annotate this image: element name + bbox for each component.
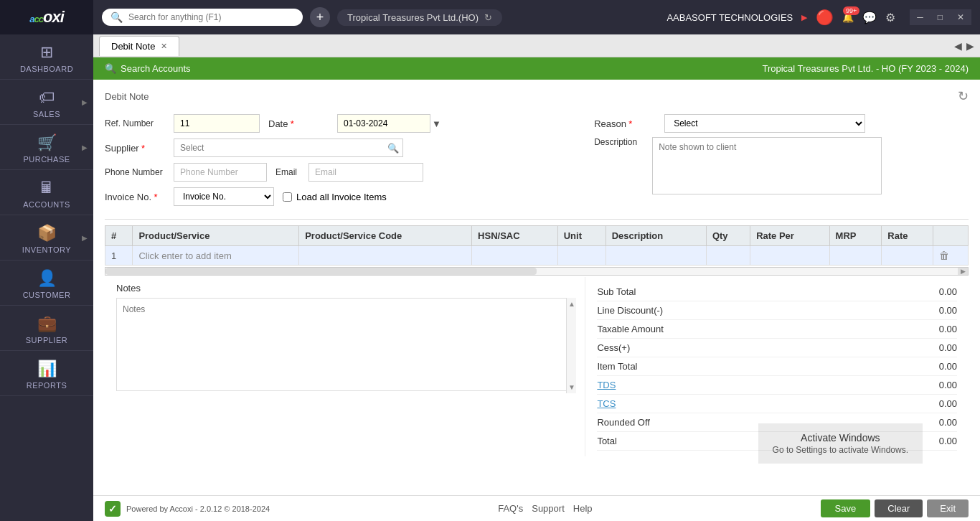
minimize-button[interactable]: ─	[910, 9, 930, 25]
company-selector[interactable]: Tropical Treasures Pvt Ltd.(HO) ↻	[337, 9, 502, 26]
row-unit	[557, 246, 606, 266]
topbar-company-name: AABASOFT TECHNOLOGIES	[666, 12, 793, 23]
totals-section: Sub Total 0.00 Line Discount(-) 0.00 Tax…	[585, 277, 969, 456]
sidebar-item-reports[interactable]: 📊 REPORTS	[0, 351, 93, 396]
col-rate-per: Rate Per	[750, 226, 829, 246]
table-row: 1 Click enter to add item 🗑	[105, 246, 969, 266]
save-button[interactable]: Save	[821, 499, 871, 517]
scroll-down-icon[interactable]: ▼	[566, 381, 578, 393]
total-value: 0.00	[914, 436, 957, 446]
sidebar-item-inventory[interactable]: 📦 INVENTORY ▶	[0, 215, 93, 260]
email-group: Email	[275, 163, 423, 182]
row-mrp	[829, 246, 882, 266]
rounded-off-row: Rounded Off 0.00	[597, 413, 957, 432]
row-product[interactable]: Click enter to add item	[133, 246, 299, 266]
sidebar-item-label: SALES	[33, 110, 60, 118]
supplier-row: Supplier * 🔍	[105, 139, 580, 157]
footer-buttons: Save Clear Exit	[821, 499, 969, 517]
form-area: Debit Note ↻ Ref. Number Date *	[93, 80, 980, 495]
chevron-right-icon: ▶	[82, 98, 88, 106]
tab-debit-note[interactable]: Debit Note ✕	[99, 36, 179, 56]
exit-button[interactable]: Exit	[927, 499, 969, 517]
cess-label: Cess(+)	[597, 342, 630, 353]
tcs-link[interactable]: TCS	[597, 398, 616, 409]
chat-icon[interactable]: 💬	[862, 11, 877, 24]
phone-group: Phone Number	[105, 163, 267, 182]
tab-nav-prev[interactable]: ◀	[954, 40, 962, 52]
search-accounts-label: Search Accounts	[121, 63, 191, 74]
supplier-search-icon[interactable]: 🔍	[387, 143, 399, 154]
settings-icon[interactable]: ⚙	[885, 11, 895, 24]
notes-textarea-wrap: ▲ ▼	[116, 298, 576, 393]
reports-icon: 📊	[37, 360, 57, 378]
delete-row-button[interactable]: 🗑	[939, 250, 949, 261]
tab-label: Debit Note	[111, 41, 155, 52]
tds-link[interactable]: TDS	[597, 380, 616, 390]
col-description: Description	[606, 226, 706, 246]
notes-section: Notes ▲ ▼	[116, 277, 585, 456]
customer-icon: 👤	[37, 269, 57, 288]
item-total-value: 0.00	[914, 361, 957, 372]
col-code: Product/Service Code	[299, 226, 472, 246]
clear-button[interactable]: Clear	[875, 499, 923, 517]
search-input[interactable]	[128, 12, 286, 22]
sidebar-item-accounts[interactable]: 🖩 ACCOUNTS	[0, 170, 93, 215]
scrollbar-thumb	[105, 268, 537, 275]
form-refresh-icon[interactable]: ↻	[958, 88, 969, 104]
tab-close-icon[interactable]: ✕	[161, 42, 167, 51]
topbar-right: AABASOFT TECHNOLOGIES ▶ 🔴 🔔 99+ 💬 ⚙ ─ □ …	[666, 9, 971, 26]
add-button[interactable]: +	[310, 7, 330, 27]
horizontal-scrollbar[interactable]: ▶	[105, 267, 969, 276]
email-input[interactable]	[308, 163, 423, 182]
app-logo: accoxi	[0, 0, 93, 34]
sidebar-item-supplier[interactable]: 💼 SUPPLIER	[0, 306, 93, 351]
chevron-right-icon: ▶	[82, 234, 88, 242]
dashboard-icon: ⊞	[40, 43, 53, 62]
sidebar-item-sales[interactable]: 🏷 SALES ▶	[0, 80, 93, 125]
help-link[interactable]: Help	[573, 503, 593, 514]
inventory-icon: 📦	[37, 224, 57, 243]
sidebar-item-label: INVENTORY	[22, 245, 71, 254]
notes-textarea[interactable]	[116, 298, 576, 391]
search-bar[interactable]: 🔍	[102, 9, 303, 26]
form-row-1: Ref. Number Date * ▼	[105, 114, 969, 213]
date-input[interactable]	[337, 114, 430, 133]
col-mrp: MRP	[829, 226, 882, 246]
sidebar-item-purchase[interactable]: 🛒 PURCHASE ▶	[0, 125, 93, 170]
date-dropdown-icon[interactable]: ▼	[432, 118, 441, 129]
notification-button[interactable]: 🔔 99+	[842, 12, 854, 23]
invoice-select[interactable]: Invoice No.	[174, 187, 274, 206]
sidebar: accoxi ⊞ DASHBOARD 🏷 SALES ▶ 🛒 PURCHASE …	[0, 0, 93, 521]
phone-input[interactable]	[174, 163, 267, 182]
maximize-button[interactable]: □	[930, 9, 950, 25]
scroll-right-btn[interactable]: ▶	[958, 268, 968, 275]
refresh-icon[interactable]: ↻	[484, 12, 492, 23]
row-delete[interactable]: 🗑	[933, 246, 968, 266]
ref-group: Ref. Number	[105, 114, 260, 133]
sidebar-item-dashboard[interactable]: ⊞ DASHBOARD	[0, 34, 93, 80]
support-link[interactable]: Support	[532, 503, 565, 514]
search-accounts-button[interactable]: 🔍 Search Accounts	[105, 63, 191, 74]
bottom-section: Notes ▲ ▼ Sub Total 0.00 Line Discount(-…	[105, 277, 969, 456]
form-right-col: Reason * Select Description	[580, 114, 969, 194]
close-button[interactable]: ✕	[950, 9, 971, 25]
scroll-up-icon[interactable]: ▲	[566, 298, 578, 310]
item-total-label: Item Total	[597, 361, 637, 372]
sub-total-label: Sub Total	[597, 286, 636, 297]
description-group: Description	[594, 137, 969, 194]
reason-select[interactable]: Select	[664, 114, 865, 133]
col-hsn: HSN/SAC	[472, 226, 558, 246]
load-all-checkbox[interactable]	[283, 192, 292, 202]
description-textarea[interactable]	[652, 137, 882, 194]
row-num: 1	[105, 246, 133, 266]
ref-input[interactable]	[174, 114, 260, 133]
faq-link[interactable]: FAQ's	[498, 503, 523, 514]
tcs-row: TCS 0.00	[597, 395, 957, 413]
notification-badge: 99+	[843, 6, 859, 15]
notes-label: Notes	[116, 283, 576, 294]
tab-nav-next[interactable]: ▶	[966, 40, 974, 52]
ref-date-row: Ref. Number Date * ▼	[105, 114, 580, 133]
supplier-input[interactable]	[174, 139, 403, 157]
sidebar-item-label: CUSTOMER	[23, 291, 71, 299]
sidebar-item-customer[interactable]: 👤 CUSTOMER	[0, 260, 93, 306]
